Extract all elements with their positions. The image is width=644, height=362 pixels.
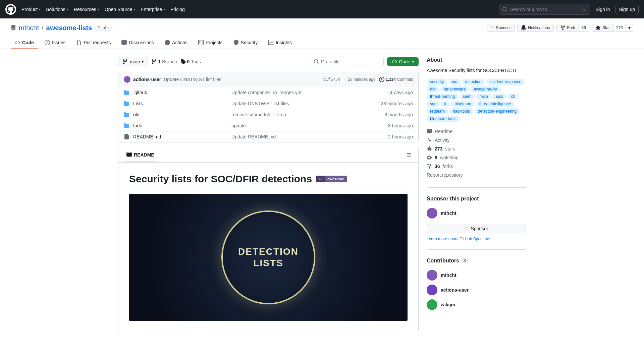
branches-link[interactable]: 1Branch bbox=[151, 59, 177, 64]
topic-tag[interactable]: dfir bbox=[427, 86, 439, 92]
learn-sponsors-link[interactable]: Learn more about GitHub Sponsors bbox=[427, 237, 526, 241]
topic-tag[interactable]: detection-engineering bbox=[475, 108, 520, 114]
sponsor-wide-button[interactable]: ♡Sponsor bbox=[427, 224, 526, 233]
signup-button[interactable]: Sign up bbox=[615, 5, 639, 14]
topic-tag[interactable]: threat-intelligence bbox=[476, 101, 515, 107]
chevron-down-icon: ▾ bbox=[133, 7, 135, 11]
tags-link[interactable]: 0Tags bbox=[180, 59, 201, 64]
tab-issues[interactable]: Issues bbox=[41, 37, 69, 49]
search-placeholder: Search or jump to... bbox=[510, 7, 551, 12]
tab-discussions[interactable]: Discussions bbox=[117, 37, 158, 49]
contributors-heading[interactable]: Contributors 3 bbox=[427, 258, 526, 264]
topic-tag[interactable]: detection bbox=[462, 79, 485, 85]
file-commit-msg[interactable]: Update companies_ip_ranges.yml bbox=[231, 90, 390, 95]
about-heading: About bbox=[427, 57, 526, 63]
readme-heading: Security lists for SOC/DFIR detections 👓… bbox=[129, 173, 408, 188]
file-link[interactable]: todo bbox=[133, 123, 142, 128]
notifications-button[interactable]: Notifications bbox=[517, 24, 553, 32]
sponsor-button[interactable]: ♡Sponsor bbox=[487, 24, 515, 32]
nav-opensource[interactable]: Open Source▾ bbox=[105, 7, 136, 12]
topic-tag[interactable]: misp bbox=[476, 94, 491, 100]
avatar[interactable] bbox=[124, 76, 130, 83]
star-dropdown[interactable]: ▾ bbox=[626, 24, 633, 32]
file-link[interactable]: .github bbox=[133, 90, 147, 95]
repo-link[interactable]: awesome-lists bbox=[46, 24, 92, 32]
readme-hero-image: DETECTIONLISTS bbox=[129, 194, 408, 321]
tab-code[interactable]: Code bbox=[11, 37, 38, 49]
commit-author-link[interactable]: actions-user bbox=[133, 77, 161, 82]
eye-icon bbox=[427, 155, 432, 160]
topic-tag[interactable]: siem bbox=[460, 94, 475, 100]
topic-tag[interactable]: ir bbox=[441, 101, 450, 107]
repo-icon bbox=[11, 25, 16, 31]
tab-pullrequests[interactable]: Pull requests bbox=[72, 37, 115, 49]
report-link[interactable]: Report repository bbox=[427, 171, 526, 179]
toc-button[interactable] bbox=[405, 151, 413, 160]
list-icon bbox=[406, 152, 412, 158]
code-icon bbox=[15, 40, 20, 45]
signin-link[interactable]: Sign in bbox=[596, 7, 610, 12]
star-button[interactable]: Star273 bbox=[592, 24, 626, 32]
nav-pricing[interactable]: Pricing bbox=[170, 7, 185, 12]
file-link[interactable]: README.md bbox=[133, 134, 161, 139]
about-description: Awesome Security lists for SOC/CERT/CTI bbox=[427, 67, 526, 74]
forks-link[interactable]: 36 forks bbox=[427, 162, 526, 171]
avatar bbox=[427, 299, 437, 310]
fork-button[interactable]: Fork36 bbox=[556, 24, 589, 32]
topic-tag[interactable]: iocs bbox=[493, 94, 506, 100]
file-commit-msg[interactable]: remove submodule + orga bbox=[231, 112, 384, 117]
topic-tag[interactable]: cti bbox=[508, 94, 519, 100]
nav-enterprise[interactable]: Enterprise▾ bbox=[141, 7, 165, 12]
readme-link[interactable]: Readme bbox=[427, 127, 526, 136]
topic-tag[interactable]: ioc bbox=[448, 79, 460, 85]
topic-tag[interactable]: redteam bbox=[427, 108, 448, 114]
contributor-link[interactable]: wikijm bbox=[427, 297, 526, 312]
file-link[interactable]: Lists bbox=[133, 101, 143, 106]
branch-selector[interactable]: main ▾ bbox=[118, 57, 148, 66]
nav-solutions[interactable]: Solutions▾ bbox=[46, 7, 68, 12]
tab-actions[interactable]: Actions bbox=[161, 37, 192, 49]
tab-insights[interactable]: Insights bbox=[264, 37, 296, 49]
chevron-down-icon: ▾ bbox=[39, 7, 41, 11]
history-icon bbox=[379, 77, 384, 82]
awesome-badge[interactable]: 👓awesome bbox=[316, 176, 347, 182]
search-input[interactable]: Search or jump to... / bbox=[499, 4, 590, 15]
avatar bbox=[427, 208, 437, 219]
stars-link[interactable]: 273 stars bbox=[427, 144, 526, 153]
search-shortcut: / bbox=[582, 7, 587, 12]
contributor-link[interactable]: actions-user bbox=[427, 283, 526, 297]
chevron-down-icon: ▾ bbox=[163, 7, 165, 11]
watching-link[interactable]: 9 watching bbox=[427, 153, 526, 162]
latest-commit-row: actions-user Update DNSTWIST list files … bbox=[118, 72, 418, 87]
topic-tag[interactable]: ransomware bbox=[440, 86, 469, 92]
github-logo[interactable] bbox=[5, 4, 16, 15]
topic-tag[interactable]: blueteam bbox=[451, 101, 474, 107]
file-commit-msg[interactable]: Update README.md bbox=[231, 134, 388, 139]
nav-product[interactable]: Product▾ bbox=[21, 7, 41, 12]
topic-tag[interactable]: blueteam-tools bbox=[427, 116, 460, 122]
topic-tag[interactable]: soc bbox=[427, 101, 440, 107]
sponsor-user-link[interactable]: mthcht bbox=[427, 206, 526, 221]
topic-tag[interactable]: incident-response bbox=[486, 79, 525, 85]
tab-security[interactable]: Security bbox=[229, 37, 262, 49]
nav-resources[interactable]: Resources▾ bbox=[74, 7, 99, 12]
file-commit-msg[interactable]: Update DNSTWIST list files bbox=[231, 101, 381, 106]
readme-tab[interactable]: README bbox=[124, 148, 157, 162]
commit-hash[interactable]: b1f6734 bbox=[323, 77, 340, 82]
insights-icon bbox=[268, 40, 274, 45]
topic-tag[interactable]: security bbox=[427, 79, 447, 85]
owner-link[interactable]: mthcht bbox=[19, 24, 39, 32]
code-download-button[interactable]: Code ▾ bbox=[387, 57, 419, 66]
topic-tag[interactable]: threat-hunting bbox=[427, 94, 458, 100]
topic-tag[interactable]: awesome-list bbox=[471, 86, 501, 92]
topic-tag[interactable]: hacktools bbox=[449, 108, 473, 114]
file-commit-msg[interactable]: update bbox=[231, 123, 388, 128]
search-icon bbox=[502, 7, 507, 12]
commit-message-link[interactable]: Update DNSTWIST list files bbox=[164, 77, 221, 82]
contributor-link[interactable]: mthcht bbox=[427, 268, 526, 283]
commits-link[interactable]: 1,134 Commits bbox=[379, 77, 413, 82]
go-to-file-input[interactable]: Go to file bbox=[310, 57, 384, 66]
tab-projects[interactable]: Projects bbox=[194, 37, 227, 49]
activity-link[interactable]: Activity bbox=[427, 136, 526, 144]
file-link[interactable]: old bbox=[133, 112, 140, 117]
